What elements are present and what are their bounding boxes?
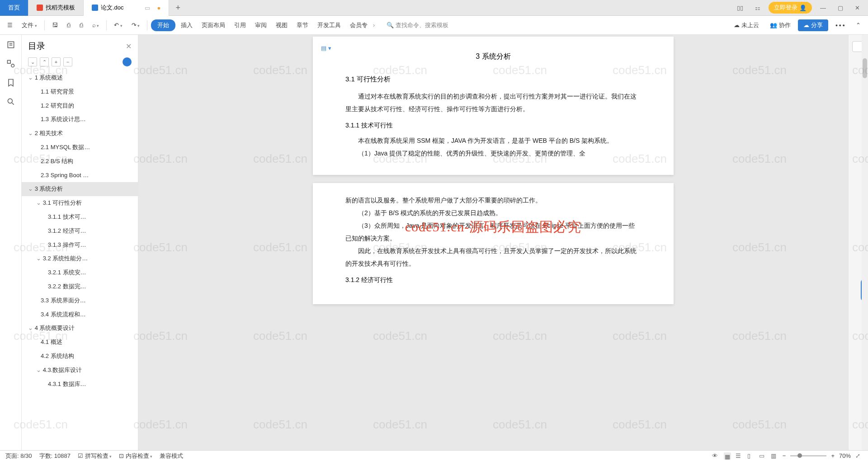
eye-icon[interactable]: 👁 — [712, 452, 719, 460]
word-count[interactable]: 字数: 10887 — [39, 452, 71, 460]
body-text: （1）Java 提供了稳定的性能、优秀的升级性、更快速的开发、更简便的管理、全 — [345, 147, 641, 160]
bookmark-icon[interactable] — [6, 78, 15, 87]
svg-rect-3 — [7, 61, 10, 64]
vertical-scrollbar[interactable] — [862, 35, 868, 450]
read-view-icon[interactable]: ▭ — [759, 452, 766, 460]
watermark-overlay: code51.cn-源码乐园盗图必究 — [405, 218, 581, 236]
zoom-in-button[interactable]: + — [831, 452, 835, 459]
collapse-all-icon[interactable]: ⌄ — [28, 57, 37, 66]
body-text: 本在线教育系统采用 SSM 框架，JAVA 作为开发语言，是基于 WEB 平台的… — [345, 134, 641, 147]
outline-item[interactable]: 3.4 系统流程和… — [22, 308, 138, 322]
screen-icon: ▭ — [145, 5, 150, 11]
scroll-thumb[interactable] — [863, 58, 867, 78]
maximize-button[interactable]: ▢ — [834, 3, 847, 13]
apps-icon[interactable]: ⚏ — [751, 3, 764, 13]
outline-item[interactable]: 3.2 系统性能分… — [22, 252, 138, 266]
outline-item[interactable]: 3.1.1 技术可… — [22, 210, 138, 224]
outline-item[interactable]: 1.1 研究背景 — [22, 85, 138, 99]
tab-view[interactable]: 视图 — [272, 19, 291, 31]
outline-icon[interactable] — [6, 40, 15, 49]
columns-icon[interactable]: ▥ — [771, 452, 778, 460]
tab-reference[interactable]: 引用 — [231, 19, 250, 31]
outline-item[interactable]: 3.1.3 操作可… — [22, 238, 138, 252]
collab-button[interactable]: 👥 协作 — [766, 19, 794, 31]
sync-icon[interactable] — [123, 57, 132, 66]
svg-point-5 — [8, 99, 12, 103]
zoom-slider[interactable] — [790, 455, 826, 456]
outline-item[interactable]: 3.1 可行性分析 — [22, 196, 138, 210]
compat-mode[interactable]: 兼容模式 — [160, 452, 183, 460]
shapes-icon[interactable] — [6, 59, 15, 68]
outline-item[interactable]: 3.1.2 经济可… — [22, 224, 138, 238]
search-commands[interactable]: 🔍 查找命令、搜索模板 — [383, 19, 452, 31]
zoom-level[interactable]: 70% — [839, 452, 851, 459]
collapse-ribbon-icon[interactable]: ⌃ — [852, 20, 864, 30]
outline-item[interactable]: 1.2 研究目的 — [22, 99, 138, 113]
zoom-out-button[interactable]: − — [783, 452, 786, 459]
outline-item[interactable]: 4.2 系统结构 — [22, 349, 138, 363]
chevron-right-icon[interactable]: › — [373, 22, 375, 28]
cloud-status[interactable]: ☁ 未上云 — [730, 19, 763, 31]
file-menu[interactable]: 文件 — [18, 19, 41, 31]
subsection-heading: 3.1.2 经济可行性 — [345, 276, 641, 284]
outline-view-icon[interactable]: ☰ — [736, 452, 743, 460]
minimize-button[interactable]: — — [816, 3, 830, 13]
tab-layout[interactable]: 页面布局 — [198, 19, 229, 31]
save-icon[interactable]: 🖫 — [48, 20, 61, 30]
close-button[interactable]: ✕ — [851, 3, 863, 13]
body-text: 新的语言以及服务。整个系统帮用户做了大部分不重要的琐碎的工作。 — [345, 194, 641, 207]
tab-template[interactable]: 找稻壳模板 — [28, 0, 84, 16]
export-icon[interactable]: ⎙ — [63, 20, 74, 30]
outline-item[interactable]: 2.2 B/S 结构 — [22, 155, 138, 169]
share-button[interactable]: ☁ 分享 — [798, 19, 828, 31]
remove-heading-icon[interactable]: − — [63, 57, 72, 66]
tab-document[interactable]: 论文.doc▭● — [84, 0, 169, 16]
outline-item[interactable]: 2.1 MYSQL 数据… — [22, 141, 138, 155]
content-check[interactable]: ⊡ 内容检查 — [119, 452, 152, 460]
tab-chapter[interactable]: 章节 — [293, 19, 312, 31]
outline-item[interactable]: 3.3 系统界面分… — [22, 294, 138, 308]
tab-home[interactable]: 首页 — [0, 0, 28, 16]
tab-review[interactable]: 审阅 — [251, 19, 270, 31]
tab-member[interactable]: 会员专 — [346, 19, 371, 31]
fit-icon[interactable]: ⤢ — [855, 452, 863, 460]
layout-icon[interactable]: ▯▯ — [733, 3, 747, 13]
page-indicator[interactable]: 页面: 8/30 — [5, 452, 32, 460]
tab-insert[interactable]: 插入 — [177, 19, 196, 31]
outline-item[interactable]: 1.3 系统设计思… — [22, 113, 138, 127]
outline-item[interactable]: 3.2.1 系统安… — [22, 266, 138, 280]
page-options-icon[interactable]: ▤ ▾ — [321, 45, 331, 52]
outline-item[interactable]: 2 相关技术 — [22, 127, 138, 141]
menu-icon[interactable]: ☰ — [4, 20, 16, 30]
document-page: 新的语言以及服务。整个系统帮用户做了大部分不重要的琐碎的工作。 （2）基于 B/… — [313, 183, 674, 304]
add-heading-icon[interactable]: + — [52, 57, 61, 66]
outline-item[interactable]: 3.2.2 数据完… — [22, 280, 138, 294]
outline-item[interactable]: 4 系统概要设计 — [22, 321, 138, 335]
redo-button[interactable]: ↷ — [128, 20, 144, 30]
outline-item[interactable]: 3 系统分析 — [22, 182, 138, 196]
more-icon[interactable]: ● ● ● — [832, 21, 849, 29]
expand-all-icon[interactable]: ⌃ — [40, 57, 49, 66]
outline-item[interactable]: 4.3.数据库设计 — [22, 363, 138, 377]
undo-button[interactable]: ↶ — [110, 20, 126, 30]
tab-devtools[interactable]: 开发工具 — [314, 19, 344, 31]
print-icon[interactable]: ⎙ — [76, 20, 87, 30]
login-button[interactable]: 立即登录👤 — [769, 2, 812, 14]
outline-tree[interactable]: 1 系统概述1.1 研究背景1.2 研究目的1.3 系统设计思…2 相关技术2.… — [22, 71, 138, 450]
document-viewport[interactable]: ▤ ▾ 3 系统分析 3.1 可行性分析 通过对本在线教育系统实行的目的初步调查… — [138, 35, 848, 450]
outline-item[interactable]: 1 系统概述 — [22, 71, 138, 85]
user-icon: 👤 — [799, 5, 807, 11]
outline-close-button[interactable]: ✕ — [126, 42, 132, 51]
tab-start[interactable]: 开始 — [151, 19, 175, 31]
outline-item[interactable]: 4.3.1 数据库… — [22, 377, 138, 391]
page-view-icon[interactable]: ▦ — [724, 452, 731, 460]
body-text: 通过对本在线教育系统实行的目的初步调查和分析，提出可行性方案并对其一一进行论证。… — [345, 90, 641, 115]
outline-item[interactable]: 4.1 概述 — [22, 335, 138, 349]
web-view-icon[interactable]: ▯ — [747, 452, 755, 460]
right-tool-strip — [848, 35, 868, 450]
search-icon[interactable] — [6, 97, 15, 106]
outline-item[interactable]: 2.3 Spring Boot … — [22, 169, 138, 183]
spellcheck-toggle[interactable]: ☑ 拼写检查 — [78, 452, 112, 460]
preview-icon[interactable]: ⌕ — [89, 20, 103, 30]
new-tab-button[interactable]: + — [169, 3, 187, 13]
